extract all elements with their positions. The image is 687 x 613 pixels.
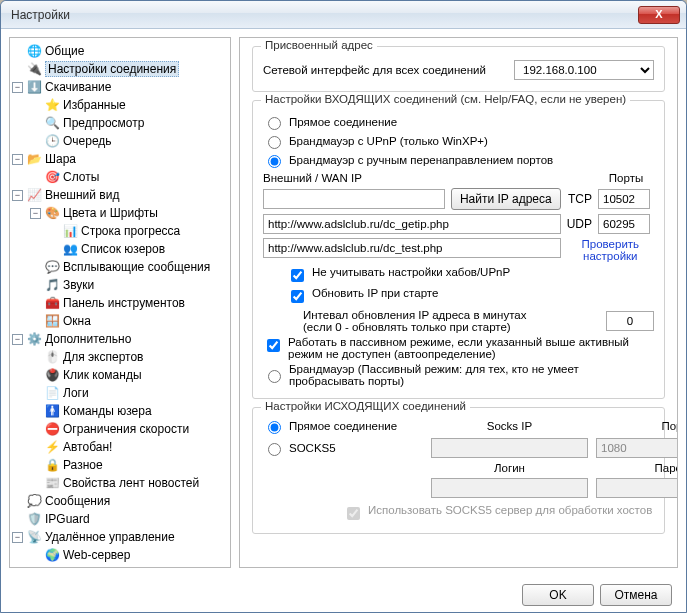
pass-header: Пароль [596,462,678,474]
settings-panel: Присвоенный адрес Сетевой интерфейс для … [239,37,678,568]
tcp-port-input[interactable] [598,189,650,209]
group-outgoing: Настройки ИСХОДЯЩИХ соединений Прямое со… [252,407,665,534]
tree-item-icon: 📈 [26,187,42,203]
group-incoming-title: Настройки ВХОДЯЩИХ соединений (см. Help/… [261,93,630,105]
tree-item[interactable]: 🎯Слоты [30,168,228,186]
tree-item-label: Очередь [63,134,112,148]
radio-out-socks[interactable] [268,443,281,456]
collapse-icon[interactable]: − [12,190,23,201]
tree-item[interactable]: 🔌Настройки соединения [12,60,228,78]
tree-item[interactable]: 🖲️Клик команды [30,366,228,384]
getip-url-input[interactable] [263,214,561,234]
tree-item[interactable]: 🖱️Для экспертов [30,348,228,366]
tree-item[interactable]: 🔒Разное [30,456,228,474]
tree-item[interactable]: 🧰Панель инструментов [30,294,228,312]
settings-window: Настройки X 🌐Общие🔌Настройки соединения−… [0,0,687,613]
tree-item[interactable]: −📈Внешний вид [12,186,228,204]
tree-item-label: Всплывающие сообщения [63,260,210,274]
collapse-icon[interactable]: − [12,532,23,543]
ok-button[interactable]: OK [522,584,594,606]
tree-item-label: Слоты [63,170,99,184]
tree-item[interactable]: ⛔Ограничения скорости [30,420,228,438]
tree-item-label: Панель инструментов [63,296,185,310]
collapse-icon[interactable]: − [12,154,23,165]
chk-update-ip-label: Обновить IP при старте [312,287,438,299]
tree-item-label: Внешний вид [45,188,119,202]
radio-direct-label: Прямое соединение [289,116,397,128]
find-ip-button[interactable]: Найти IP адреса [451,188,561,210]
chk-socks-hosts-label: Использовать SOCKS5 сервер для обработки… [368,504,652,516]
tree-item-icon: 👥 [62,241,78,257]
group-address-title: Присвоенный адрес [261,39,377,51]
tree-item-label: Команды юзера [63,404,152,418]
tree-item[interactable]: 🚹Команды юзера [30,402,228,420]
tree-item-icon: 🎵 [44,277,60,293]
content-area: 🌐Общие🔌Настройки соединения−⬇️Скачивание… [1,29,686,612]
tree-item-icon: 🛡️ [26,511,42,527]
collapse-icon[interactable]: − [30,208,41,219]
radio-passive-fw[interactable] [268,370,281,383]
tree-item[interactable]: ⚡Автобан! [30,438,228,456]
cancel-button[interactable]: Отмена [600,584,672,606]
socks-port-input[interactable] [596,438,678,458]
tree-item[interactable]: 🕒Очередь [30,132,228,150]
tree-item[interactable]: 🎵Звуки [30,276,228,294]
socks-pass-input[interactable] [596,478,678,498]
radio-direct[interactable] [268,117,281,130]
tree-item[interactable]: 💬Всплывающие сообщения [30,258,228,276]
tree-item-icon: 🪟 [44,313,60,329]
titlebar[interactable]: Настройки X [1,1,686,29]
chk-ignore-hubs-label: Не учитывать настройки хабов/UPnP [312,266,510,278]
tree-item-label: Звуки [63,278,94,292]
radio-passive-fw-label: Брандмауэр (Пассивный режим: для тех, кт… [289,363,654,387]
nav-tree-pane[interactable]: 🌐Общие🔌Настройки соединения−⬇️Скачивание… [9,37,231,568]
collapse-icon[interactable]: − [12,82,23,93]
chk-ignore-hubs[interactable] [291,269,304,282]
wan-ip-input[interactable] [263,189,445,209]
tree-item-label: Разное [63,458,103,472]
tree-item[interactable]: 🌍Web-сервер [30,546,228,564]
radio-manual-label: Брандмауэр с ручным перенаправлением пор… [289,154,553,166]
tree-item-label: Строка прогресса [81,224,180,238]
radio-out-direct[interactable] [268,421,281,434]
tree-item[interactable]: 🛡️IPGuard [12,510,228,528]
tree-item[interactable]: 📊Строка прогресса [48,222,228,240]
tree-item[interactable]: ⭐Избранные [30,96,228,114]
tree-item-icon: 📊 [62,223,78,239]
tree-item-icon: 🚹 [44,403,60,419]
tree-item[interactable]: −⚙️Дополнительно [12,330,228,348]
login-header: Логин [431,462,588,474]
socks-ip-input[interactable] [431,438,588,458]
tree-item[interactable]: 👥Список юзеров [48,240,228,258]
tree-item[interactable]: 📄Логи [30,384,228,402]
chk-update-ip[interactable] [291,290,304,303]
tree-item-icon: 🌍 [44,547,60,563]
collapse-icon[interactable]: − [12,334,23,345]
test-settings-link[interactable]: Проверить настройки [567,238,654,262]
tree-item[interactable]: 🪟Окна [30,312,228,330]
tree-item-label: Общие [45,44,84,58]
tree-item[interactable]: −🎨Цвета и Шрифты [30,204,228,222]
udp-port-input[interactable] [598,214,650,234]
tree-item-icon: 📂 [26,151,42,167]
tree-item-label: Цвета и Шрифты [63,206,158,220]
tree-item-icon: ⚙️ [26,331,42,347]
tree-item[interactable]: −📡Удалённое управление [12,528,228,546]
iface-select[interactable]: 192.168.0.100 [514,60,654,80]
tree-item[interactable]: 🔍Предпросмотр [30,114,228,132]
interval-input[interactable] [606,311,654,331]
chk-passive-fallback[interactable] [267,339,280,352]
radio-manual[interactable] [268,155,281,168]
tree-item[interactable]: 📰Свойства лент новостей [30,474,228,492]
radio-upnp[interactable] [268,136,281,149]
tree-item[interactable]: −⬇️Скачивание [12,78,228,96]
socks-login-input[interactable] [431,478,588,498]
nav-tree[interactable]: 🌐Общие🔌Настройки соединения−⬇️Скачивание… [12,42,228,564]
tree-item[interactable]: 🌐Общие [12,42,228,60]
test-url-input[interactable] [263,238,561,258]
close-button[interactable]: X [638,6,680,24]
tree-item-icon: 🖲️ [44,367,60,383]
tree-item[interactable]: −📂Шара [12,150,228,168]
tree-item-label: Web-сервер [63,548,130,562]
tree-item[interactable]: 💭Сообщения [12,492,228,510]
